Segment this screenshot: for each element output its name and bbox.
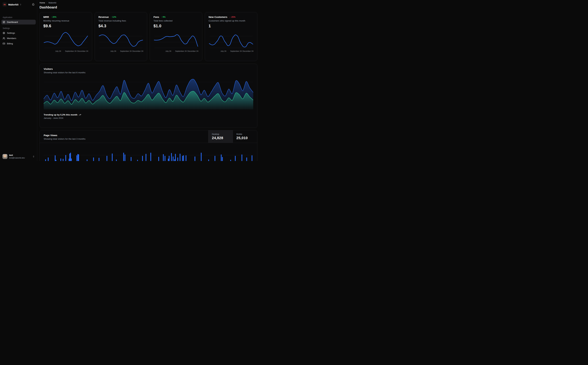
stat-delta-badge: ↑9%	[161, 16, 166, 18]
revenue-sparkline-axis: July 24September 24December 24	[98, 50, 143, 53]
page-views-bar	[246, 158, 247, 161]
page-views-bar	[106, 156, 107, 161]
visitors-area-chart	[44, 77, 253, 110]
page-views-bar	[125, 154, 125, 161]
x-tick-label: September 24	[65, 50, 76, 52]
nav-section-settings: Settings	[1, 27, 36, 29]
workspace-name: Makerkit	[8, 3, 19, 6]
breadcrumb-home-link[interactable]: Home	[40, 2, 45, 4]
page-views-bar-chart	[44, 143, 253, 161]
page-views-bar	[145, 154, 146, 161]
avatar	[2, 154, 7, 159]
page-views-bar	[183, 155, 184, 161]
visitors-area-svg	[44, 77, 253, 110]
stat-card-fees: Fees ↑9% Total fees collected $1.0 July …	[150, 12, 202, 61]
x-tick-label: December 24	[132, 50, 143, 52]
users-icon	[3, 37, 5, 40]
page-views-bar	[60, 159, 61, 161]
page-views-bar	[48, 158, 49, 161]
sidebar-item-settings[interactable]: Settings	[1, 31, 36, 35]
page-views-bar	[150, 153, 151, 161]
page-views-bar	[163, 154, 164, 161]
stat-description: Total revenue including fees	[98, 20, 143, 22]
page-views-title: Page Views	[44, 134, 204, 137]
stat-card-mrr: MRR ↑20% Monthly recurring revenue $9.6 …	[40, 12, 92, 61]
page-views-bar	[222, 157, 223, 161]
gear-icon	[3, 32, 5, 34]
visitors-card: Visitors Showing total visitors for the …	[40, 64, 257, 128]
breadcrumb-current: Makerkit	[48, 2, 56, 4]
x-tick-label: September 24	[230, 50, 242, 52]
new_customers-sparkline-svg	[208, 31, 254, 50]
page-title: Dashboard	[40, 6, 257, 9]
stat-title: Revenue	[98, 15, 109, 18]
page-views-bar	[45, 159, 46, 161]
fees-sparkline-chart	[153, 31, 199, 50]
x-tick-label: July 24	[110, 50, 116, 52]
stat-value: $1.0	[153, 24, 199, 28]
stat-value: $9.6	[43, 24, 88, 28]
x-tick-label: December 24	[187, 50, 198, 52]
page-views-bar	[99, 158, 99, 161]
page-views-bar	[186, 155, 187, 161]
sidebar: m Makerkit Application Dashboard Setting…	[0, 0, 37, 161]
user-name: test	[9, 154, 25, 156]
user-menu[interactable]: test test@makerkit.dev	[1, 154, 36, 159]
desktop-label: Desktop	[212, 133, 229, 135]
page-views-bar	[165, 156, 166, 161]
page-views-toggle-mobile[interactable]: Mobile 25,010	[233, 130, 257, 143]
page-views-bar	[142, 156, 143, 161]
page-views-bar	[180, 154, 180, 161]
stat-delta-badge: ↑20%	[51, 16, 56, 18]
notifications-bell-icon[interactable]	[32, 3, 35, 6]
gridline	[44, 155, 253, 155]
visitors-title: Visitors	[44, 68, 253, 70]
mrr-sparkline-svg	[43, 31, 88, 50]
stat-description: Total fees collected	[153, 20, 199, 22]
page-views-toggle-desktop[interactable]: Desktop 24,828	[208, 130, 233, 143]
workspace-selector-icon[interactable]	[20, 4, 21, 6]
page-views-bar	[112, 154, 113, 161]
stat-value: 1	[208, 24, 254, 28]
new-customers-sparkline-chart	[208, 31, 254, 50]
x-tick-label: July 24	[221, 50, 226, 52]
page-views-bar	[123, 153, 124, 161]
workspace-header: m Makerkit	[1, 2, 36, 7]
sidebar-item-dashboard[interactable]: Dashboard	[1, 20, 36, 24]
breadcrumb: Home Makerkit	[40, 2, 257, 4]
user-email: test@makerkit.dev	[9, 157, 25, 159]
stat-description: Customers who signed up this month	[208, 20, 254, 22]
arrow-up-icon: ↑	[51, 16, 52, 18]
sidebar-item-members[interactable]: Members	[1, 36, 36, 41]
mrr-sparkline-axis: July 24September 24December 24	[43, 50, 88, 53]
page-views-bar	[252, 155, 252, 161]
stat-delta-badge: ↑12%	[111, 16, 116, 18]
stat-title: Fees	[153, 15, 159, 18]
page-views-bar	[208, 160, 209, 161]
page-views-bar	[55, 160, 56, 161]
stat-description: Monthly recurring revenue	[43, 20, 88, 22]
arrow-down-icon: ↓	[229, 16, 230, 18]
stat-delta-badge: ↓-25%	[229, 16, 235, 18]
x-tick-label: December 24	[77, 50, 88, 52]
svg-text:m: m	[4, 3, 6, 6]
page-views-bar	[214, 156, 215, 161]
page-views-subtitle: Showing total visitors for the last 3 mo…	[44, 138, 204, 140]
page-views-bar	[194, 156, 195, 161]
sidebar-item-label: Members	[7, 37, 16, 40]
main-content: Home Makerkit Dashboard MRR ↑20% Monthly…	[37, 0, 259, 161]
page-views-bar	[63, 159, 63, 161]
stat-card-revenue: Revenue ↑12% Total revenue including fee…	[95, 12, 147, 61]
chevron-right-icon	[46, 2, 48, 4]
fees-sparkline-svg	[153, 31, 199, 50]
sidebar-item-label: Billing	[7, 42, 13, 45]
page-views-bar	[78, 154, 79, 161]
mrr-sparkline-chart	[43, 31, 88, 50]
x-tick-label: September 24	[175, 50, 187, 52]
makerkit-logo: m	[2, 2, 7, 7]
page-views-bar	[171, 153, 172, 161]
sidebar-item-billing[interactable]: Billing	[1, 41, 36, 46]
x-tick-label: December 24	[242, 50, 253, 52]
fees-sparkline-axis: July 24September 24December 24	[153, 50, 199, 53]
arrow-up-icon: ↑	[111, 16, 112, 18]
